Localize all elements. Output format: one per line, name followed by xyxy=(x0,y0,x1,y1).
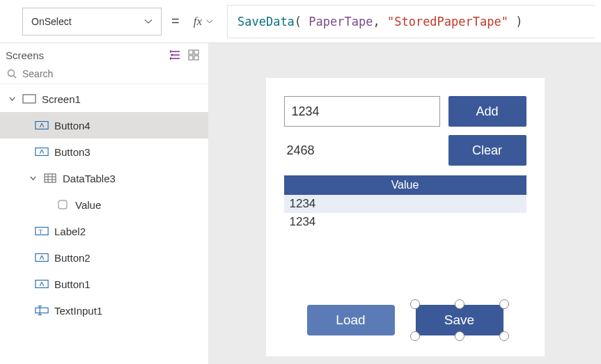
screen-icon xyxy=(22,93,36,104)
screen-preview[interactable]: Add 2468 Clear Value 1234 1234 Load Save xyxy=(266,78,545,356)
chevron-down-icon xyxy=(144,17,153,26)
svg-point-4 xyxy=(171,54,173,56)
svg-rect-8 xyxy=(189,56,193,60)
selected-control-wrap: Save xyxy=(416,305,504,335)
button-icon xyxy=(35,278,49,290)
datatable[interactable]: Value 1234 1234 xyxy=(284,175,526,231)
load-button[interactable]: Load xyxy=(307,305,395,335)
column-icon xyxy=(56,199,70,210)
tree-item-button4[interactable]: Button4 xyxy=(0,112,208,139)
search-input[interactable] xyxy=(22,68,201,79)
datatable-header: Value xyxy=(284,175,526,195)
main-area: Screens Screen1 xyxy=(0,43,601,364)
list-view-icon[interactable] xyxy=(169,49,182,61)
svg-rect-25 xyxy=(36,308,48,312)
tree-label: TextInput1 xyxy=(54,305,102,317)
clear-button[interactable]: Clear xyxy=(448,135,526,166)
resize-handle[interactable] xyxy=(455,299,465,309)
bottom-row: Load Save xyxy=(266,305,545,335)
datatable-icon xyxy=(43,173,57,184)
label-icon: T xyxy=(35,225,49,237)
row-result: 2468 Clear xyxy=(284,135,526,166)
property-selector-label: OnSelect xyxy=(31,16,72,27)
tree-label: Button3 xyxy=(54,146,91,158)
textinput1[interactable] xyxy=(284,96,440,127)
svg-point-10 xyxy=(8,70,15,77)
tree-label: DataTable3 xyxy=(63,173,116,184)
svg-text:T: T xyxy=(38,228,42,235)
resize-handle[interactable] xyxy=(455,331,465,341)
textinput-icon xyxy=(35,305,49,316)
tree: Screen1 Button4 Button3 xyxy=(0,84,208,364)
property-selector[interactable]: OnSelect xyxy=(22,8,162,35)
svg-rect-20 xyxy=(58,200,67,209)
button-icon xyxy=(35,146,49,157)
svg-rect-24 xyxy=(36,280,48,288)
tree-label: Screen1 xyxy=(42,93,81,105)
tree-item-label2[interactable]: T Label2 xyxy=(0,218,208,244)
svg-line-11 xyxy=(14,76,17,79)
canvas[interactable]: Add 2468 Clear Value 1234 1234 Load Save xyxy=(209,43,601,364)
equals-sign: = xyxy=(171,13,180,29)
fx-label: fx xyxy=(194,15,202,29)
svg-rect-6 xyxy=(189,50,193,54)
tree-item-button3[interactable]: Button3 xyxy=(0,139,208,165)
button-icon xyxy=(35,252,49,263)
svg-rect-9 xyxy=(194,56,198,60)
tree-label: Label2 xyxy=(54,225,86,237)
svg-rect-12 xyxy=(23,95,36,103)
svg-rect-13 xyxy=(36,122,48,129)
tree-label: Value xyxy=(75,199,101,211)
svg-rect-14 xyxy=(36,148,48,156)
tree-label: Button1 xyxy=(54,278,91,290)
search-icon xyxy=(7,69,17,79)
tree-item-textinput1[interactable]: TextInput1 xyxy=(0,297,208,324)
formula-bar-row: OnSelect = fx SaveData( PaperTape, "Stor… xyxy=(0,0,601,43)
result-label: 2468 xyxy=(284,143,315,158)
tree-label: Button2 xyxy=(54,252,91,264)
button-icon xyxy=(35,120,49,131)
tree-item-screen1[interactable]: Screen1 xyxy=(0,86,208,112)
datatable-row[interactable]: 1234 xyxy=(284,213,526,231)
svg-rect-15 xyxy=(45,174,56,182)
collapse-icon[interactable] xyxy=(28,175,38,182)
chevron-down-icon xyxy=(206,18,213,25)
resize-handle[interactable] xyxy=(410,331,420,341)
tree-item-button1[interactable]: Button1 xyxy=(0,271,208,297)
datatable-row[interactable]: 1234 xyxy=(284,195,526,213)
add-button[interactable]: Add xyxy=(448,96,526,127)
search-row xyxy=(0,65,208,84)
fx-dropdown[interactable]: fx xyxy=(189,15,217,29)
tree-item-value[interactable]: Value xyxy=(0,191,208,218)
panel-header: Screens xyxy=(0,43,208,65)
tree-label: Button4 xyxy=(54,120,91,132)
resize-handle[interactable] xyxy=(499,331,509,341)
tree-view-panel: Screens Screen1 xyxy=(0,43,209,364)
tree-item-button2[interactable]: Button2 xyxy=(0,244,208,271)
row-input: Add xyxy=(284,96,526,127)
svg-point-5 xyxy=(170,58,171,59)
tree-item-datatable3[interactable]: DataTable3 xyxy=(0,165,208,191)
svg-point-3 xyxy=(170,51,171,52)
collapse-icon[interactable] xyxy=(7,96,17,102)
svg-rect-7 xyxy=(194,50,198,54)
formula-input[interactable]: SaveData( PaperTape, "StoredPaperTape" ) xyxy=(227,5,595,38)
resize-handle[interactable] xyxy=(410,299,420,309)
panel-title: Screens xyxy=(6,49,164,61)
grid-view-icon[interactable] xyxy=(187,49,200,61)
svg-rect-23 xyxy=(36,254,48,262)
resize-handle[interactable] xyxy=(499,299,509,309)
